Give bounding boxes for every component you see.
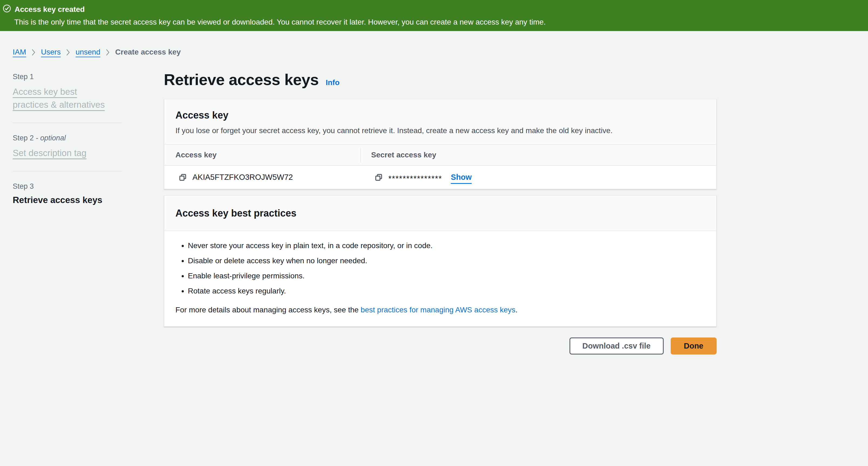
flashbar-message: This is the only time that the secret ac… (14, 18, 862, 27)
breadcrumb-users[interactable]: Users (41, 48, 61, 56)
breadcrumb: IAM Users unsend Create access key (13, 48, 868, 56)
secret-key-masked-value: *************** (389, 174, 442, 183)
best-practices-card: Access key best practices Never store yo… (164, 195, 717, 327)
wizard-steps-sidebar: Step 1 Access key best practices & alter… (13, 70, 164, 205)
breadcrumb-user-unsend[interactable]: unsend (75, 48, 100, 56)
breadcrumb-current: Create access key (115, 48, 181, 56)
step2-label: Step 2 - optional (13, 134, 164, 142)
step-divider (13, 123, 122, 123)
breadcrumb-iam[interactable]: IAM (13, 48, 26, 56)
column-secret-access-key: Secret access key (371, 151, 436, 159)
best-practices-link[interactable]: best practices for managing AWS access k… (361, 306, 515, 314)
step3-current-title: Retrieve access keys (13, 195, 164, 205)
done-button[interactable]: Done (671, 338, 717, 354)
best-practices-card-title: Access key best practices (176, 208, 705, 219)
copy-access-key-icon[interactable] (178, 173, 187, 182)
info-link[interactable]: Info (326, 78, 340, 87)
access-key-card: Access key If you lose or forget your se… (164, 99, 717, 189)
step-divider (13, 171, 122, 172)
step1-link[interactable]: Access key best practices & alternatives (13, 85, 110, 111)
list-item: Enable least-privilege permissions. (188, 272, 705, 280)
list-item: Rotate access keys regularly. (188, 287, 705, 296)
flashbar-title: Access key created (14, 5, 85, 14)
check-circle-icon (3, 4, 11, 14)
chevron-right-icon (66, 49, 70, 56)
best-practices-list: Never store your access key in plain tex… (176, 241, 705, 296)
more-details-text: For more details about managing access k… (176, 306, 705, 314)
chevron-right-icon (32, 49, 36, 56)
download-csv-button[interactable]: Download .csv file (569, 338, 664, 354)
chevron-right-icon (106, 49, 110, 56)
list-item: Disable or delete access key when no lon… (188, 256, 705, 265)
access-key-table-row: AKIA5FTZFKO3ROJW5W72 *************** Sho… (164, 166, 716, 189)
copy-secret-key-icon[interactable] (374, 173, 383, 182)
step1-label: Step 1 (13, 73, 164, 81)
page-title: Retrieve access keys (164, 70, 319, 89)
list-item: Never store your access key in plain tex… (188, 241, 705, 250)
access-key-card-title: Access key (176, 110, 705, 121)
access-key-value: AKIA5FTZFKO3ROJW5W72 (192, 173, 293, 182)
show-secret-link[interactable]: Show (451, 173, 471, 182)
access-key-table-header: Access key Secret access key (164, 145, 716, 166)
access-key-card-description: If you lose or forget your secret access… (176, 126, 705, 135)
step2-link[interactable]: Set description tag (13, 147, 86, 160)
column-access-key: Access key (176, 151, 217, 159)
success-flashbar: Access key created This is the only time… (0, 0, 868, 31)
step3-label: Step 3 (13, 182, 164, 191)
